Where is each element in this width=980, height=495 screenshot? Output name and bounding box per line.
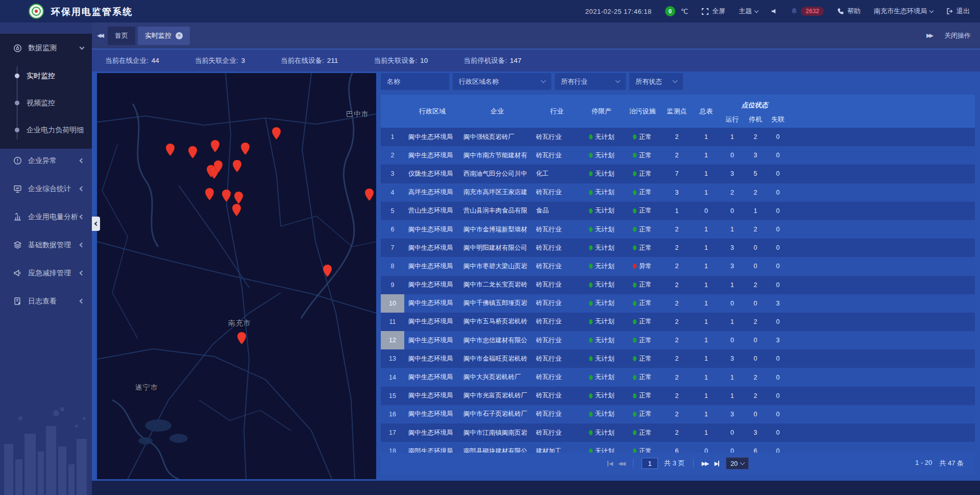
sidebar-item-enterprise-abnormal[interactable]: 企业异常 bbox=[0, 147, 92, 175]
tab-realtime-monitoring[interactable]: 实时监控 × bbox=[138, 27, 190, 45]
table-row[interactable]: 2阆中生态环境局阆中市南方节能建材有砖瓦行业无计划正常21030 bbox=[381, 146, 975, 164]
notifications-button[interactable]: 2632 bbox=[791, 7, 824, 16]
pollution-facility-cell: 正常 bbox=[623, 331, 662, 349]
region-cell: 仪陇生态环境局 bbox=[404, 164, 460, 183]
map-pin[interactable] bbox=[234, 192, 243, 204]
sidebar-item-video-monitoring[interactable]: 视频监控 bbox=[0, 89, 92, 116]
chevron-left-icon bbox=[94, 222, 99, 226]
row-filler bbox=[789, 257, 975, 275]
help-button[interactable]: 帮助 bbox=[837, 7, 861, 16]
map-pin[interactable] bbox=[222, 190, 231, 202]
table-row[interactable]: 18南部生态环境局南部县砌块建材有限公建材加工无计划正常60060 bbox=[381, 442, 975, 453]
tabs-scroll-left-button[interactable]: ◀◀ bbox=[92, 32, 108, 39]
map-pin[interactable] bbox=[237, 332, 246, 344]
next-page-button[interactable]: ▶▶ bbox=[702, 460, 708, 467]
sidebar-item-power-usage-analysis[interactable]: 企业用电量分析 bbox=[0, 203, 92, 231]
map-pin[interactable] bbox=[233, 160, 241, 172]
status-filter-select[interactable]: 所有状态 bbox=[629, 73, 683, 90]
sidebar-item-emergency-reduction[interactable]: 应急减排管理 bbox=[0, 259, 92, 287]
fullscreen-button[interactable]: 全屏 bbox=[701, 7, 725, 16]
running-count-cell: 3 bbox=[720, 164, 744, 183]
sidebar-collapse-button[interactable] bbox=[92, 217, 100, 231]
map-pin[interactable] bbox=[214, 160, 223, 173]
pollution-facility-cell-text: 正常 bbox=[639, 133, 652, 142]
table-row[interactable]: 14阆中生态环境局阆中大兴页岩机砖厂砖瓦行业无计划正常21120 bbox=[381, 368, 975, 386]
table-row[interactable]: 12阆中生态环境局阆中市忠信建材有限公砖瓦行业无计划正常21003 bbox=[381, 331, 975, 349]
map-pin[interactable] bbox=[272, 127, 281, 139]
table-row[interactable]: 13阆中生态环境局阆中市金福旺页岩机砖砖瓦行业无计划正常21300 bbox=[381, 349, 975, 368]
table-row[interactable]: 1阆中生态环境局阆中强锐页岩砖厂砖瓦行业无计划正常21120 bbox=[381, 128, 975, 146]
industry-cell: 砖瓦行业 bbox=[534, 183, 580, 202]
table-row[interactable]: 17阆中生态环境局阆中市江南镇阆南页岩砖瓦行业无计划正常21030 bbox=[381, 423, 975, 442]
sidebar-item-log-view[interactable]: 日志查看 bbox=[0, 287, 92, 315]
sidebar-menu-list: 企业异常 企业综合统计 企业用电量分析 基础数据管理 应急减排管理 bbox=[0, 147, 92, 315]
theme-dropdown[interactable]: 主题 bbox=[739, 7, 758, 16]
page-number-input[interactable]: 1 bbox=[642, 458, 658, 469]
table-row[interactable]: 3仪陇生态环境局西南油气田分公司川中化工无计划正常71350 bbox=[381, 164, 975, 183]
header-company: 企业 bbox=[460, 95, 534, 128]
sidebar-expanded-group: 数据监测 实时监控 视频监控 企业电力负荷明细 bbox=[0, 34, 92, 149]
org-dropdown[interactable]: 南充市生态环境局 bbox=[874, 7, 933, 16]
stat-label: 当前停机设备: bbox=[463, 57, 507, 64]
running-count-cell: 3 bbox=[720, 239, 744, 257]
header-stopped: 停机 bbox=[744, 111, 767, 128]
tabs-scroll-right-button[interactable]: ▶▶ bbox=[921, 32, 937, 39]
tab-home[interactable]: 首页 bbox=[108, 27, 135, 45]
stop-production-cell: 无计划 bbox=[580, 276, 623, 294]
table-row[interactable]: 15阆中生态环境局阆中市光富页岩机砖厂砖瓦行业无计划正常21120 bbox=[381, 387, 975, 405]
map-panel[interactable]: 巴中市南充市遂宁市 bbox=[97, 73, 376, 479]
app-logo bbox=[29, 4, 44, 19]
industry-filter-select[interactable]: 所有行业 bbox=[555, 73, 626, 90]
pollution-facility-cell: 正常 bbox=[623, 128, 662, 146]
table-row[interactable]: 10阆中生态环境局阆中千佛镇五郎垭页岩砖瓦行业无计划正常21003 bbox=[381, 294, 975, 313]
lost-count-cell: 0 bbox=[767, 202, 789, 220]
map-pin[interactable] bbox=[211, 140, 219, 152]
region-cell: 阆中生态环境局 bbox=[404, 220, 460, 239]
map-pin[interactable] bbox=[241, 143, 250, 155]
row-filler bbox=[789, 331, 975, 349]
industry-cell: 砖瓦行业 bbox=[534, 368, 580, 386]
close-operations-button[interactable]: 关闭操作 bbox=[944, 31, 971, 40]
status-dot-green bbox=[589, 449, 593, 453]
total-meter-cell: 1 bbox=[692, 294, 720, 313]
table-row[interactable]: 5营山生态环境局营山县润丰肉食品有限食品无计划正常10010 bbox=[381, 202, 975, 220]
last-page-button[interactable]: ▶ bbox=[714, 460, 719, 467]
map-pin[interactable] bbox=[323, 265, 332, 277]
sidebar-item-base-data-management[interactable]: 基础数据管理 bbox=[0, 231, 92, 259]
table-row[interactable]: 4高坪生态环境局南充市高坪区王家店建砖瓦行业无计划正常31220 bbox=[381, 183, 975, 202]
map-pin[interactable] bbox=[166, 144, 175, 156]
table-row[interactable]: 7阆中生态环境局阆中明阳建材有限公司砖瓦行业无计划正常21300 bbox=[381, 239, 975, 257]
pollution-facility-cell-text: 正常 bbox=[639, 447, 652, 453]
row-number-cell: 1 bbox=[381, 128, 404, 146]
temperature-unit: ℃ bbox=[681, 8, 689, 15]
industry-cell: 砖瓦行业 bbox=[534, 276, 580, 294]
first-page-button[interactable]: ◀ bbox=[607, 460, 612, 467]
name-filter-input[interactable] bbox=[381, 73, 449, 90]
sidebar-item-enterprise-statistics[interactable]: 企业综合统计 bbox=[0, 175, 92, 203]
sidebar-item-data-monitoring[interactable]: 数据监测 bbox=[0, 34, 92, 62]
table-row[interactable]: 6阆中生态环境局阆中市金博瑞新型墙材砖瓦行业无计划正常21120 bbox=[381, 220, 975, 239]
table-row[interactable]: 8阆中生态环境局阆中市枣碧大梁山页岩砖瓦行业无计划异常21300 bbox=[381, 257, 975, 275]
logout-button[interactable]: 退出 bbox=[946, 7, 970, 16]
sidebar-item-realtime-monitoring[interactable]: 实时监控 bbox=[0, 62, 92, 89]
tab-close-icon[interactable]: × bbox=[176, 32, 183, 39]
sidebar-item-power-load-detail[interactable]: 企业电力负荷明细 bbox=[0, 116, 92, 144]
help-label: 帮助 bbox=[847, 7, 861, 16]
region-filter-select[interactable]: 行政区域名称 bbox=[453, 73, 551, 90]
map-pin[interactable] bbox=[232, 204, 241, 216]
map-pin[interactable] bbox=[365, 188, 374, 201]
table-row[interactable]: 11阆中生态环境局阆中市五马桥页岩机砖砖瓦行业无计划正常21120 bbox=[381, 313, 975, 331]
map-pin[interactable] bbox=[188, 146, 197, 158]
table-row[interactable]: 9阆中生态环境局阆中市二龙长宝页岩砖砖瓦行业无计划正常21120 bbox=[381, 276, 975, 294]
map-pin[interactable] bbox=[205, 188, 214, 200]
main-content: 巴中市南充市遂宁市 行政区域名称 所有行业 所有状态 bbox=[92, 72, 980, 481]
row-filler bbox=[789, 442, 975, 453]
table-row[interactable]: 16阆中生态环境局阆中市石子页岩机砖厂砖瓦行业无计划正常21300 bbox=[381, 405, 975, 423]
region-cell: 阆中生态环境局 bbox=[404, 239, 460, 257]
chevron-down-icon bbox=[80, 44, 85, 50]
page-size-select[interactable]: 20 bbox=[726, 457, 749, 469]
mute-button[interactable] bbox=[771, 8, 777, 14]
prev-page-button[interactable]: ◀◀ bbox=[618, 460, 625, 467]
stopped-count-cell: 2 bbox=[744, 387, 767, 405]
header-region: 行政区域 bbox=[404, 95, 460, 128]
